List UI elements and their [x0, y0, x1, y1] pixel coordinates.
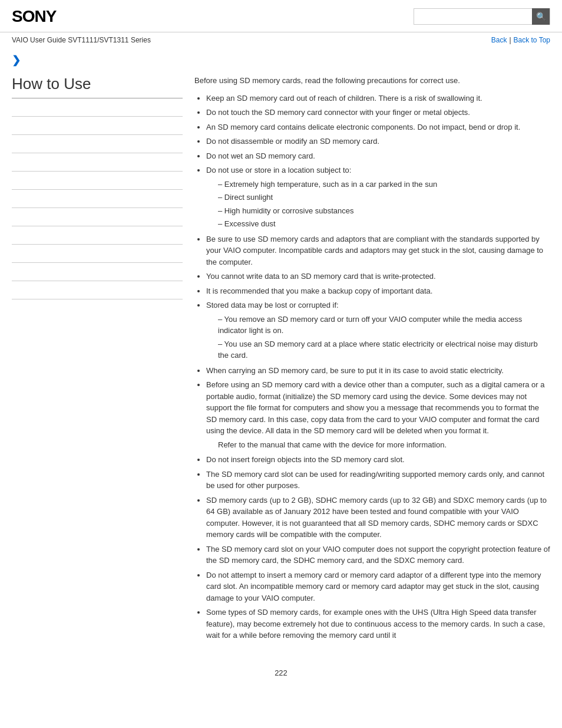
- list-item: The SD memory card slot can be used for …: [206, 469, 550, 492]
- page-number: 222: [0, 668, 562, 677]
- list-item: Do not use or store in a location subjec…: [206, 164, 550, 230]
- list-item[interactable]: [12, 117, 183, 135]
- list-item: You remove an SD memory card or turn off…: [218, 314, 550, 337]
- list-item[interactable]: [12, 263, 183, 281]
- list-item[interactable]: [12, 281, 183, 299]
- sony-logo: SONY: [12, 7, 56, 26]
- list-item: Excessive dust: [218, 218, 550, 230]
- list-item[interactable]: [12, 153, 183, 172]
- header-right: 🔍: [414, 8, 550, 25]
- search-icon: 🔍: [536, 12, 546, 21]
- sidebar-title: How to Use: [12, 75, 183, 98]
- guide-title: VAIO User Guide SVT1111/SVT1311 Series: [12, 36, 151, 44]
- list-item: Keep an SD memory card out of reach of c…: [206, 93, 550, 104]
- list-item: Do not touch the SD memory card connecto…: [206, 107, 550, 118]
- list-item[interactable]: [12, 190, 183, 208]
- bullets-list-2: Be sure to use SD memory cards and adapt…: [194, 233, 550, 361]
- list-item: You use an SD memory card at a place whe…: [218, 338, 550, 361]
- stored-data-text: Stored data may be lost or corrupted if:: [206, 301, 339, 309]
- list-item: Stored data may be lost or corrupted if:…: [206, 299, 550, 361]
- list-item: Some types of SD memory cards, for examp…: [206, 607, 550, 641]
- sub-list-location: Extremely high temperature, such as in a…: [206, 179, 550, 230]
- list-item: Do not disassemble or modify an SD memor…: [206, 136, 550, 147]
- content-intro: Before using SD memory cards, read the f…: [194, 75, 550, 87]
- list-item: Do not wet an SD memory card.: [206, 150, 550, 162]
- back-link[interactable]: Back: [491, 36, 507, 44]
- sidebar: How to Use: [12, 75, 183, 645]
- list-item: It is recommended that you make a backup…: [206, 285, 550, 297]
- bullets-list-4: Do not insert foreign objects into the S…: [194, 454, 550, 641]
- sub-list-stored: You remove an SD memory card or turn off…: [206, 314, 550, 361]
- list-item: When carrying an SD memory card, be sure…: [206, 365, 550, 377]
- list-item[interactable]: [12, 208, 183, 226]
- bullets-list-3: When carrying an SD memory card, be sure…: [194, 365, 550, 451]
- list-item: An SD memory card contains delicate elec…: [206, 121, 550, 133]
- list-item: Before using an SD memory card with a de…: [206, 379, 550, 450]
- refer-text: Refer to the manual that came with the d…: [218, 439, 550, 451]
- location-text: Do not use or store in a location subjec…: [206, 166, 351, 174]
- list-item: Extremely high temperature, such as in a…: [218, 179, 550, 190]
- list-item[interactable]: [12, 135, 183, 153]
- list-item[interactable]: [12, 172, 183, 190]
- list-item: Direct sunlight: [218, 192, 550, 203]
- nav-bar: VAIO User Guide SVT1111/SVT1311 Series B…: [0, 32, 562, 48]
- list-item: The SD memory card slot on your VAIO com…: [206, 543, 550, 566]
- nav-links: Back | Back to Top: [491, 36, 550, 44]
- search-box[interactable]: 🔍: [414, 8, 550, 25]
- list-item[interactable]: [12, 98, 183, 117]
- search-input[interactable]: [414, 9, 532, 24]
- back-to-top-link[interactable]: Back to Top: [514, 36, 550, 44]
- list-item[interactable]: [12, 226, 183, 245]
- breadcrumb-arrow[interactable]: ❯: [0, 48, 562, 69]
- search-button[interactable]: 🔍: [532, 8, 550, 25]
- list-item: Do not attempt to insert a memory card o…: [206, 569, 550, 604]
- bullets-list-1: Keep an SD memory card out of reach of c…: [194, 93, 550, 230]
- list-item: High humidity or corrosive substances: [218, 205, 550, 217]
- sd-card-device-text: Before using an SD memory card with a de…: [206, 380, 544, 435]
- nav-divider: |: [509, 36, 511, 44]
- content-area: Before using SD memory cards, read the f…: [194, 75, 550, 645]
- list-item[interactable]: [12, 245, 183, 263]
- main-content: How to Use Before using SD memory cards,…: [0, 69, 562, 657]
- page-header: SONY 🔍: [0, 0, 562, 32]
- sidebar-menu: [12, 98, 183, 299]
- list-item: You cannot write data to an SD memory ca…: [206, 271, 550, 282]
- list-item: Do not insert foreign objects into the S…: [206, 454, 550, 466]
- list-item: Be sure to use SD memory cards and adapt…: [206, 233, 550, 268]
- list-item: SD memory cards (up to 2 GB), SDHC memor…: [206, 495, 550, 541]
